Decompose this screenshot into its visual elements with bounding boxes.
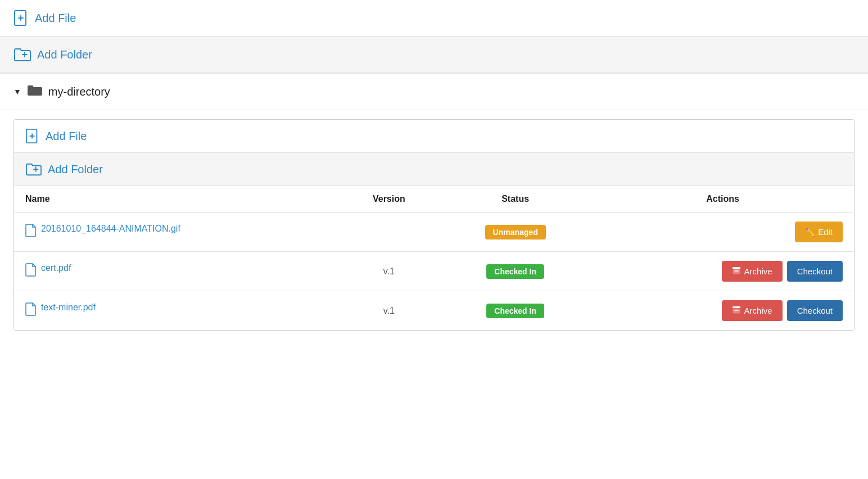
top-add-folder-label: Add Folder xyxy=(37,48,92,61)
checkout-label: Checkout xyxy=(797,266,833,276)
top-add-folder-button[interactable]: Add Folder xyxy=(13,47,92,62)
file-status-cell: Checked In xyxy=(439,291,591,331)
file-actions-cell: ArchiveCheckout xyxy=(591,252,854,291)
file-name-text: text-miner.pdf xyxy=(41,301,96,314)
table-row: text-miner.pdf v.1Checked In ArchiveChec… xyxy=(14,291,854,331)
archive-icon xyxy=(732,306,741,315)
actions-container: ArchiveCheckout xyxy=(603,261,843,282)
inner-add-file-label: Add File xyxy=(46,130,87,143)
checkout-button[interactable]: Checkout xyxy=(787,300,843,321)
edit-button[interactable]: ✏️Edit xyxy=(795,222,843,242)
file-name-cell: cert.pdf xyxy=(14,252,338,291)
file-link[interactable]: 20161010_164844-ANIMATION.gif xyxy=(25,223,327,241)
checkout-label: Checkout xyxy=(797,306,833,315)
col-version-header: Version xyxy=(338,186,439,213)
inner-add-file-row: Add File xyxy=(14,120,854,153)
archive-icon xyxy=(732,266,741,276)
svg-rect-10 xyxy=(733,267,740,269)
archive-button[interactable]: Archive xyxy=(722,300,783,321)
archive-label: Archive xyxy=(744,266,772,276)
archive-label: Archive xyxy=(744,306,772,315)
file-status-cell: Unmanaged xyxy=(439,213,591,252)
folder-open-icon xyxy=(27,84,43,100)
svg-rect-14 xyxy=(733,309,740,313)
top-add-folder-row: Add Folder xyxy=(0,37,868,73)
file-doc-icon xyxy=(25,263,37,280)
inner-add-file-icon xyxy=(25,129,40,143)
top-add-file-row: Add File xyxy=(0,0,868,37)
file-table: Name Version Status Actions 20161010_164… xyxy=(14,186,854,330)
file-name-cell: text-miner.pdf xyxy=(14,291,338,331)
chevron-down-icon: ▼ xyxy=(13,87,21,96)
inner-add-folder-button[interactable]: Add Folder xyxy=(25,162,103,177)
top-add-file-label: Add File xyxy=(35,12,76,25)
inner-add-folder-icon xyxy=(25,162,42,177)
svg-rect-13 xyxy=(733,306,740,308)
archive-button[interactable]: Archive xyxy=(722,261,783,282)
pencil-icon: ✏️ xyxy=(805,228,815,237)
file-link[interactable]: text-miner.pdf xyxy=(25,301,327,319)
add-folder-icon xyxy=(13,47,31,62)
table-row: cert.pdf v.1Checked In ArchiveCheckout xyxy=(14,252,854,291)
file-link[interactable]: cert.pdf xyxy=(25,262,327,280)
file-version-cell: v.1 xyxy=(338,252,439,291)
directory-header: ▼ my-directory xyxy=(0,74,868,110)
file-actions-cell: ArchiveCheckout xyxy=(591,291,854,331)
top-add-file-button[interactable]: Add File xyxy=(13,10,76,26)
status-badge: Checked In xyxy=(486,304,544,318)
file-doc-icon xyxy=(25,302,37,319)
inner-add-folder-label: Add Folder xyxy=(48,163,103,176)
directory-section: ▼ my-directory Add File xyxy=(0,73,868,331)
directory-content: Add File Add Folder Name xyxy=(13,119,855,331)
file-name-cell: 20161010_164844-ANIMATION.gif xyxy=(14,213,338,252)
checkout-button[interactable]: Checkout xyxy=(787,261,843,282)
file-version-cell: v.1 xyxy=(338,291,439,331)
file-status-cell: Checked In xyxy=(439,252,591,291)
table-row: 20161010_164844-ANIMATION.gif Unmanaged✏… xyxy=(14,213,854,252)
file-doc-icon xyxy=(25,224,37,241)
svg-rect-11 xyxy=(733,269,740,274)
inner-add-folder-row: Add Folder xyxy=(14,153,854,186)
file-actions-cell: ✏️Edit xyxy=(591,213,854,252)
actions-container: ArchiveCheckout xyxy=(603,300,843,321)
actions-container: ✏️Edit xyxy=(603,222,843,242)
directory-name: my-directory xyxy=(48,85,110,98)
file-name-text: 20161010_164844-ANIMATION.gif xyxy=(41,223,180,235)
table-header-row: Name Version Status Actions xyxy=(14,186,854,213)
file-version-cell xyxy=(338,213,439,252)
col-name-header: Name xyxy=(14,186,338,213)
inner-add-file-button[interactable]: Add File xyxy=(25,129,87,143)
col-status-header: Status xyxy=(439,186,591,213)
status-badge: Checked In xyxy=(486,264,544,279)
file-name-text: cert.pdf xyxy=(41,262,71,274)
add-file-icon xyxy=(13,10,29,26)
edit-label: Edit xyxy=(818,227,833,237)
col-actions-header: Actions xyxy=(591,186,854,213)
status-badge: Unmanaged xyxy=(485,225,546,239)
